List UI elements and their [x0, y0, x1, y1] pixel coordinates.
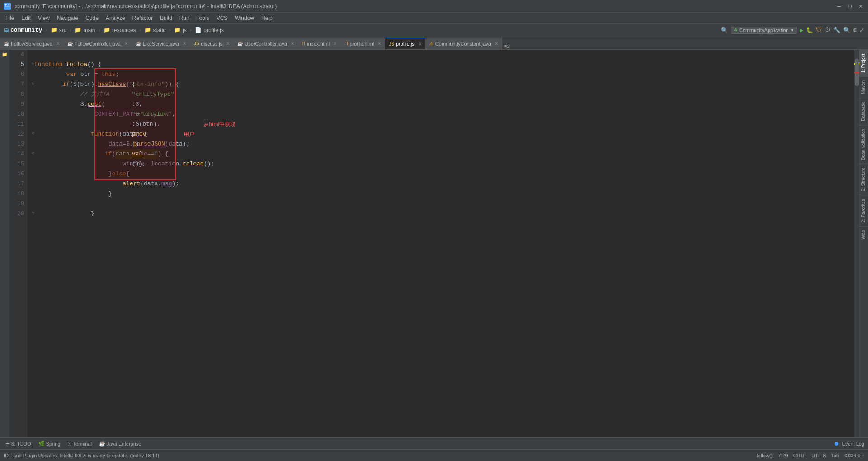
- warning-icon: ⚠: [429, 41, 434, 46]
- tab-close-usercontroller[interactable]: ✕: [291, 41, 294, 46]
- menu-vcs[interactable]: VCS: [213, 14, 231, 22]
- menu-view[interactable]: View: [34, 14, 53, 22]
- expand-button[interactable]: ⤢: [859, 27, 864, 34]
- nav-right: 🔍 ☘ CommunityApplication ▼ ▶ 🐛 🛡 ⏱ 🔧 🔍 ⊞…: [721, 27, 864, 34]
- title-bar: IJ community [F:\community] - ...\src\ma…: [0, 0, 868, 13]
- tab-close-followcontroller[interactable]: ✕: [124, 41, 128, 46]
- tab-close-followservice[interactable]: ✕: [56, 41, 60, 46]
- menu-build[interactable]: Build: [156, 14, 176, 22]
- tab-close-communityconstant[interactable]: ✕: [495, 41, 498, 46]
- resources-label[interactable]: resources: [112, 27, 136, 33]
- tab-likeservice[interactable]: ☕ LikeService.java ✕: [132, 38, 190, 49]
- layout-button[interactable]: ⊞: [853, 27, 857, 34]
- maximize-button[interactable]: ❐: [846, 3, 854, 10]
- settings-button[interactable]: 🔧: [833, 27, 840, 34]
- menu-window[interactable]: Window: [231, 14, 258, 22]
- tab-discussjs[interactable]: JS discuss.js ✕: [190, 38, 234, 49]
- tool-spring[interactable]: 🌿 Spring: [37, 440, 62, 447]
- terminal-icon: ⊡: [67, 441, 71, 447]
- back-nav-icon[interactable]: 🔍: [721, 27, 728, 34]
- run-button[interactable]: ▶: [800, 27, 803, 34]
- tab-bar: ☕ FollowService.java ✕ ☕ FollowControlle…: [0, 37, 868, 50]
- code-editor[interactable]: ▽ function follow () { var btn = this ; …: [27, 50, 854, 437]
- line-num-18: 18: [9, 189, 24, 199]
- menu-analyze[interactable]: Analyze: [102, 14, 129, 22]
- tool-todo[interactable]: ☰ 6: TODO: [4, 440, 33, 447]
- tab-usercontroller[interactable]: ☕ UserController.java ✕: [234, 38, 298, 49]
- notification-dot: [835, 442, 838, 446]
- tab-profilehtml[interactable]: H profile.html ✕: [341, 38, 385, 49]
- bottom-strip: ☰ 6: TODO 🌿 Spring ⊡ Terminal ☕ Java Ent…: [0, 437, 868, 449]
- tab-close-profilejs[interactable]: ✕: [418, 42, 422, 47]
- line-num-16: 16: [9, 169, 24, 179]
- minimize-button[interactable]: —: [835, 3, 843, 10]
- tool-javaenterprise[interactable]: ☕ Java Enterprise: [97, 440, 143, 447]
- function-name: follow(): [757, 453, 773, 458]
- line-num-14: 14: [9, 149, 24, 159]
- javaee-icon: ☕: [99, 441, 105, 447]
- tab-followcontroller[interactable]: ☕ FollowController.java ✕: [64, 38, 132, 49]
- menu-edit[interactable]: Edit: [18, 14, 34, 22]
- menu-refactor[interactable]: Refactor: [129, 14, 156, 22]
- cursor-position[interactable]: 7:29: [778, 453, 788, 458]
- line-num-12: 12: [9, 129, 24, 139]
- tool-terminal[interactable]: ⊡ Terminal: [66, 440, 94, 447]
- more-tabs[interactable]: ≡2: [502, 44, 512, 49]
- line-num-11: 11: [9, 119, 24, 129]
- tab-close-discussjs[interactable]: ✕: [226, 41, 230, 46]
- vtab-structure[interactable]: 2: Structure: [859, 164, 868, 195]
- tab-close-indexhtml[interactable]: ✕: [333, 41, 337, 46]
- menu-bar: FileEditViewNavigateCodeAnalyzeRefactorB…: [0, 13, 868, 24]
- menu-help[interactable]: Help: [258, 14, 276, 22]
- resources-folder-icon: 📁: [104, 27, 110, 33]
- code-line-19: [27, 199, 854, 209]
- tab-indexhtml[interactable]: H index.html ✕: [298, 38, 341, 49]
- menu-file[interactable]: File: [2, 14, 18, 22]
- code-line-18: }: [27, 189, 854, 199]
- main-label[interactable]: main: [83, 27, 95, 33]
- vtab-database[interactable]: Database: [859, 98, 868, 125]
- nav-bar: 🗂 community › 📁 src › 📁 main › 📁 resourc…: [0, 24, 868, 37]
- menu-run[interactable]: Run: [176, 14, 193, 22]
- static-label[interactable]: static: [153, 27, 165, 33]
- line-numbers: 4 5 6 7 8 9 10 11 12 13 14 15 16 17 18 1…: [9, 50, 27, 437]
- js-label[interactable]: js: [183, 27, 187, 33]
- line-separator[interactable]: CRLF: [793, 453, 807, 458]
- right-toolbars: 1: Project Maven Database Bean Validatio…: [859, 50, 868, 437]
- search-button[interactable]: 🔍: [843, 27, 850, 34]
- profile-button[interactable]: ⏱: [825, 27, 830, 33]
- tab-profilejs[interactable]: JS profile.js ✕: [385, 38, 426, 49]
- project-name[interactable]: 🗂 community: [4, 27, 42, 33]
- tab-communityconstant[interactable]: ⚠ CommunityConstant.java ✕: [426, 38, 502, 49]
- tab-followservice[interactable]: ☕ FollowService.java ✕: [0, 38, 64, 49]
- status-right: follow() 7:29 CRLF UTF-8 Tab CSDN ⊙ ≡: [757, 453, 864, 458]
- tab-close-profilehtml[interactable]: ✕: [377, 41, 381, 46]
- close-button[interactable]: ✕: [857, 3, 864, 10]
- profile-js-icon: 📄: [195, 27, 202, 33]
- menu-tools[interactable]: Tools: [193, 14, 213, 22]
- encoding[interactable]: UTF-8: [811, 453, 826, 458]
- line-num-19: 19: [9, 199, 24, 209]
- vtab-favorites[interactable]: 2: Favorites: [859, 195, 868, 226]
- menu-code[interactable]: Code: [82, 14, 102, 22]
- project-icon[interactable]: 📁: [0, 51, 9, 59]
- tab-close-likeservice[interactable]: ✕: [183, 41, 186, 46]
- debug-button[interactable]: 🐛: [806, 27, 813, 34]
- scroll-track[interactable]: [854, 50, 859, 437]
- indent-type[interactable]: Tab: [831, 453, 839, 458]
- java-file-icon: ☕: [4, 41, 9, 46]
- coverage-button[interactable]: 🛡: [816, 27, 822, 33]
- main-area: 📁 4 5 6 7 8 9 10 11 12 13 14 15 16 17 18…: [0, 50, 868, 437]
- vtab-maven[interactable]: Maven: [859, 76, 868, 98]
- vtab-beanvalidation[interactable]: Bean Validation: [859, 125, 868, 164]
- vtab-project[interactable]: 1: Project: [859, 50, 868, 76]
- menu-navigate[interactable]: Navigate: [53, 14, 82, 22]
- profile-js-label[interactable]: profile.js: [203, 27, 224, 33]
- window-controls[interactable]: — ❐ ✕: [835, 3, 864, 10]
- run-configuration[interactable]: ☘ CommunityApplication ▼: [731, 27, 797, 34]
- vtab-web[interactable]: Web: [859, 226, 868, 243]
- src-label[interactable]: src: [59, 27, 66, 33]
- window-title: community [F:\community] - ...\src\main\…: [14, 3, 835, 9]
- event-log[interactable]: Event Log: [842, 441, 864, 447]
- java-file-icon4: ☕: [237, 41, 243, 46]
